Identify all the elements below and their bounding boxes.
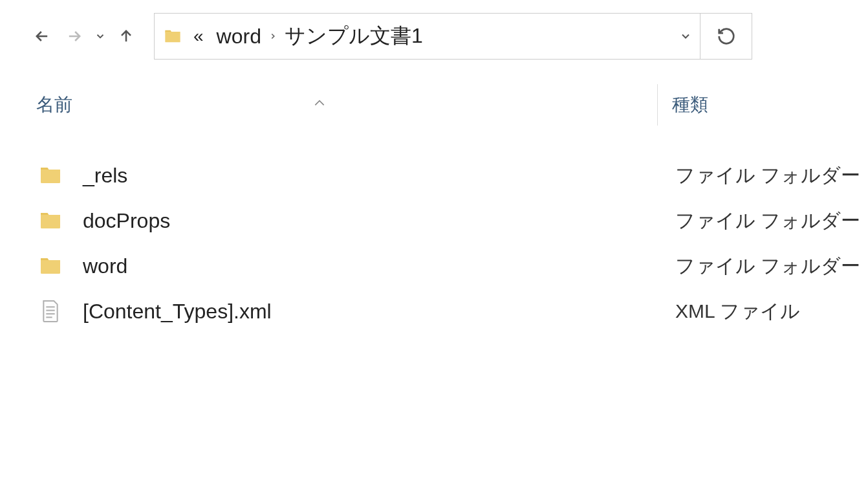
list-item[interactable]: word ファイル フォルダー <box>36 243 868 289</box>
column-header-type[interactable]: 種類 <box>672 93 708 117</box>
sort-ascending-icon <box>313 91 326 112</box>
refresh-button[interactable] <box>700 13 752 60</box>
breadcrumb-segment-current[interactable]: サンプル文書1 <box>281 22 427 50</box>
folder-icon <box>36 252 65 280</box>
address-history-dropdown[interactable] <box>671 30 700 43</box>
folder-icon <box>164 27 182 45</box>
navigation-toolbar: « word サンプル文書1 <box>0 0 868 72</box>
column-header-name[interactable]: 名前 <box>36 93 657 117</box>
file-name: word <box>83 254 673 278</box>
address-bar[interactable]: « word サンプル文書1 <box>154 13 700 60</box>
back-button[interactable] <box>26 20 58 52</box>
recent-locations-dropdown[interactable] <box>91 30 110 42</box>
file-name: _rels <box>83 164 673 188</box>
breadcrumb-segment-word[interactable]: word <box>213 25 265 49</box>
file-type: XML ファイル <box>673 298 800 325</box>
chevron-right-icon[interactable] <box>265 32 281 41</box>
breadcrumb-overflow[interactable]: « <box>193 26 204 47</box>
file-type: ファイル フォルダー <box>673 208 860 234</box>
file-list: _rels ファイル フォルダー docProps ファイル フォルダー wor… <box>0 140 868 334</box>
file-name: [Content_Types].xml <box>83 300 673 324</box>
folder-icon <box>36 206 65 235</box>
list-item[interactable]: docProps ファイル フォルダー <box>36 198 868 243</box>
column-header-type-label: 種類 <box>672 94 708 115</box>
xml-file-icon <box>36 297 65 326</box>
up-button[interactable] <box>110 20 142 52</box>
file-type: ファイル フォルダー <box>673 253 860 280</box>
folder-icon <box>36 161 65 190</box>
list-item[interactable]: [Content_Types].xml XML ファイル <box>36 289 868 334</box>
file-type: ファイル フォルダー <box>673 162 860 189</box>
list-item[interactable]: _rels ファイル フォルダー <box>36 153 868 198</box>
column-headers: 名前 種類 <box>0 72 868 140</box>
forward-button[interactable] <box>58 20 91 52</box>
column-divider[interactable] <box>657 84 658 126</box>
column-header-name-label: 名前 <box>36 94 72 115</box>
file-name: docProps <box>83 209 673 233</box>
